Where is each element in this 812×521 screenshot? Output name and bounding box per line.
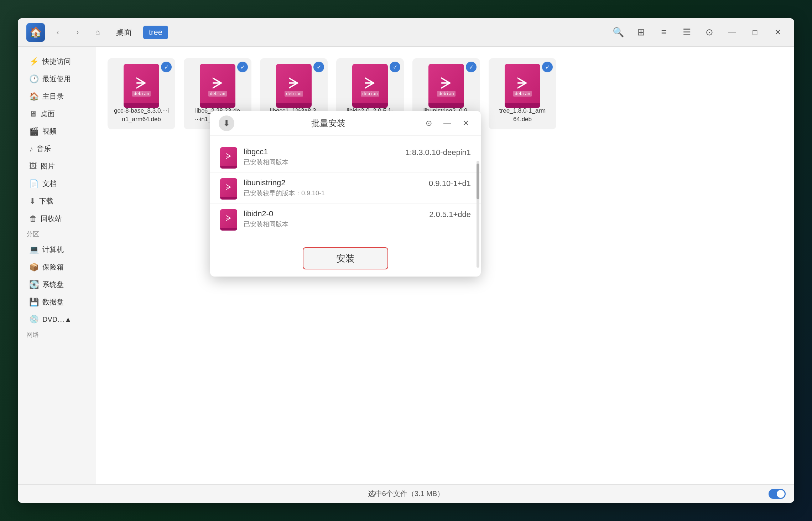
quick-access-icon: ⚡ (29, 57, 39, 66)
search-button[interactable]: 🔍 (610, 25, 626, 40)
breadcrumb-tree[interactable]: tree (143, 26, 168, 39)
pictures-icon: 🖼 (29, 162, 37, 171)
file-check-mark: ✓ (390, 62, 400, 72)
package-status: 已安装较早的版本：0.9.10-1 (244, 189, 422, 197)
deb-file-icon: ᗒ debian (352, 64, 388, 103)
deb-label: debian (285, 91, 303, 97)
package-version: 0.9.10-1+d1 (429, 178, 471, 188)
more-button[interactable]: ⊙ (702, 25, 717, 40)
sidebar-item-label: 主目录 (42, 92, 64, 101)
titlebar: 🏠 ‹ › ⌂ 桌面 tree 🔍 ⊞ ≡ ☰ ⊙ — □ ✕ (18, 18, 794, 47)
list-view-button[interactable]: ≡ (656, 25, 672, 40)
package-icon: ᗒ (220, 178, 237, 197)
sidebar-item-music[interactable]: ♪ 音乐 (21, 140, 93, 157)
view-toggle-thumb (777, 490, 785, 498)
back-button[interactable]: ‹ (51, 25, 65, 40)
package-item: ᗒ libidn2-0 已安装相同版本 2.0.5.1+dde (210, 203, 481, 234)
sidebar-item-computer[interactable]: 💻 计算机 (21, 241, 93, 258)
statusbar-right (769, 489, 786, 499)
deb-label: debian (361, 91, 379, 97)
file-item[interactable]: ✓ ᗒ debian gcc-8-base_8.3.0.···in1_arm64… (108, 58, 175, 129)
deb-label: debian (513, 91, 531, 97)
sidebar-item-quick-access[interactable]: ⚡ 快捷访问 (21, 53, 93, 70)
deb-file-icon: ᗒ debian (200, 64, 235, 103)
sidebar-item-label: 下载 (39, 196, 53, 206)
package-name: libgcc1 (244, 147, 399, 156)
sidebar-item-desktop[interactable]: 🖥 桌面 (21, 105, 93, 122)
dialog-scrollbar-thumb (477, 164, 479, 199)
partition-section-title: 分区 (18, 228, 96, 241)
package-info: libgcc1 已安装相同版本 (244, 147, 399, 166)
deb-file-icon: ᗒ debian (276, 64, 312, 103)
file-name: gcc-8-base_8.3.0.···in1_arm64.deb (113, 107, 170, 124)
install-button[interactable]: 安装 (303, 247, 388, 269)
forward-button[interactable]: › (71, 25, 85, 40)
downloads-icon: ⬇ (29, 197, 36, 206)
close-button[interactable]: ✕ (770, 25, 786, 40)
deb-label: debian (208, 91, 227, 97)
package-version: 2.0.5.1+dde (429, 209, 471, 219)
batch-install-dialog: ⬇ 批量安装 ⊙ — ✕ ᗒ (210, 111, 481, 277)
desktop-icon: 🖥 (29, 109, 37, 119)
sidebar-item-recent[interactable]: 🕐 最近使用 (21, 71, 93, 87)
home-dir-icon: 🏠 (29, 92, 39, 101)
dialog-body: ᗒ libgcc1 已安装相同版本 1:8.3.0.10-deepin1 (210, 136, 481, 240)
sidebar-item-label: 系统盘 (42, 280, 64, 289)
deb-file-icon: ᗒ debian (428, 64, 464, 103)
file-check-mark: ✓ (542, 62, 553, 72)
package-icon: ᗒ (220, 147, 237, 166)
data-disk-icon: 💾 (29, 298, 39, 307)
breadcrumb-desktop[interactable]: 桌面 (110, 25, 137, 40)
sidebar-item-downloads[interactable]: ⬇ 下载 (21, 193, 93, 210)
file-icon-wrap: ᗒ debian (122, 64, 161, 103)
network-section-title: 网络 (18, 328, 96, 341)
file-icon-wrap: ᗒ debian (503, 64, 542, 103)
computer-icon: 💻 (29, 245, 39, 254)
dialog-minimize-button[interactable]: — (441, 117, 454, 130)
app-icon: 🏠 (26, 23, 45, 42)
file-check-mark: ✓ (161, 62, 172, 72)
sidebar-item-trash[interactable]: 🗑 回收站 (21, 210, 93, 227)
view-toggle[interactable] (769, 489, 786, 499)
sidebar-item-label: 视频 (42, 127, 57, 136)
detail-view-button[interactable]: ☰ (679, 25, 694, 40)
sidebar-item-data-disk[interactable]: 💾 数据盘 (21, 294, 93, 310)
home-button[interactable]: ⌂ (90, 25, 105, 40)
system-disk-icon: 💽 (29, 280, 39, 289)
sidebar-item-pictures[interactable]: 🖼 图片 (21, 158, 93, 175)
sidebar-item-label: 音乐 (37, 144, 51, 154)
music-icon: ♪ (29, 144, 33, 154)
sidebar-item-documents[interactable]: 📄 文档 (21, 175, 93, 192)
dvd-icon: 💿 (29, 315, 39, 324)
minimize-button[interactable]: — (724, 25, 740, 40)
dialog-title: 批量安装 (240, 118, 417, 129)
restore-button[interactable]: □ (747, 25, 763, 40)
package-info: libunistring2 已安装较早的版本：0.9.10-1 (244, 178, 422, 197)
sidebar-item-label: 保险箱 (42, 262, 64, 272)
dialog-scrollbar[interactable] (477, 161, 479, 268)
trash-icon: 🗑 (29, 214, 37, 223)
file-item[interactable]: ✓ ᗒ debian tree_1.8.0-1_arm64.deb (489, 58, 556, 129)
sidebar-item-vault[interactable]: 📦 保险箱 (21, 259, 93, 275)
dialog-more-button[interactable]: ⊙ (422, 117, 435, 130)
package-status: 已安装相同版本 (244, 220, 423, 228)
file-icon-wrap: ᗒ debian (427, 64, 466, 103)
package-status: 已安装相同版本 (244, 158, 399, 166)
sidebar-item-system-disk[interactable]: 💽 系统盘 (21, 276, 93, 293)
sidebar-item-home[interactable]: 🏠 主目录 (21, 88, 93, 105)
dialog-titlebar: ⬇ 批量安装 ⊙ — ✕ (210, 111, 481, 136)
sidebar-item-video[interactable]: 🎬 视频 (21, 123, 93, 140)
sidebar-item-label: 最近使用 (42, 74, 71, 84)
vault-icon: 📦 (29, 263, 39, 272)
package-name: libidn2-0 (244, 209, 423, 218)
file-check-mark: ✓ (237, 62, 248, 72)
package-info: libidn2-0 已安装相同版本 (244, 209, 423, 228)
file-icon-wrap: ᗒ debian (350, 64, 390, 103)
package-version: 1:8.3.0.10-deepin1 (406, 147, 471, 157)
sidebar-item-dvd[interactable]: 💿 DVD…▲ (21, 311, 93, 327)
dialog-close-button[interactable]: ✕ (459, 117, 472, 130)
package-icon: ᗒ (220, 209, 237, 228)
grid-view-button[interactable]: ⊞ (633, 25, 649, 40)
sidebar-item-label: 桌面 (41, 109, 55, 119)
video-icon: 🎬 (29, 127, 39, 136)
